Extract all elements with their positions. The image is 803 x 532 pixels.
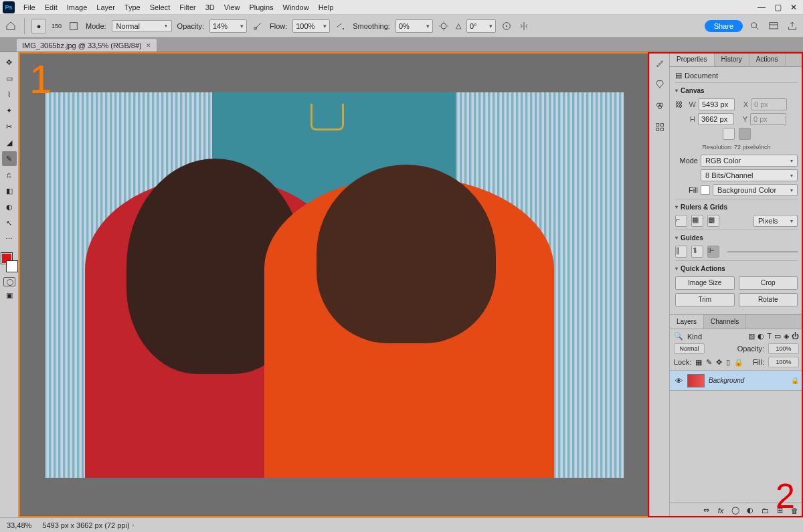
flow-input[interactable]: 100%	[292, 19, 330, 33]
lock-pixel-icon[interactable]: ✎	[706, 358, 712, 367]
guides-smart-icon[interactable]: ⊩	[707, 246, 719, 258]
filter-shape-icon[interactable]: ▭	[774, 332, 781, 341]
lock-trans-icon[interactable]: ▦	[695, 358, 702, 367]
document-tab[interactable]: IMG_3065bz.jpg @ 33,5% (RGB/8#) ✕	[16, 38, 157, 52]
section-canvas[interactable]: Canvas	[675, 87, 798, 94]
background-swatch-icon[interactable]	[7, 261, 17, 272]
section-rulers[interactable]: Rulers & Grids	[675, 203, 798, 211]
quickmask-icon[interactable]	[3, 277, 15, 286]
opacity-input[interactable]: 14%	[209, 19, 247, 33]
filter-pixel-icon[interactable]: ▨	[748, 332, 755, 341]
layer-mask-icon[interactable]: ◯	[731, 506, 740, 515]
share-button[interactable]: Share	[705, 20, 743, 32]
path-tool-icon[interactable]: ↖	[2, 215, 17, 230]
smoothing-options-icon[interactable]	[437, 19, 450, 33]
orientation-portrait-icon[interactable]	[723, 128, 735, 140]
canvas-area[interactable]	[19, 52, 649, 517]
blend-mode-select[interactable]: Normal	[112, 20, 172, 32]
move-tool-icon[interactable]: ✥	[2, 55, 17, 70]
menu-file[interactable]: File	[19, 0, 40, 15]
delete-layer-icon[interactable]: 🗑	[790, 506, 799, 515]
screenmode-icon[interactable]: ▣	[2, 288, 17, 302]
swatches-panel-icon[interactable]	[653, 120, 666, 134]
menu-image[interactable]: Image	[62, 0, 92, 15]
tab-history[interactable]: History	[715, 52, 749, 66]
menu-window[interactable]: Window	[278, 0, 314, 15]
pressure-opacity-icon[interactable]	[251, 19, 264, 33]
layer-opacity-input[interactable]: 100%	[768, 343, 799, 354]
share-export-icon[interactable]	[786, 19, 799, 33]
lock-nest-icon[interactable]: ▯	[726, 358, 730, 367]
symmetry-icon[interactable]	[517, 19, 531, 33]
wand-tool-icon[interactable]: ✦	[2, 103, 17, 118]
menu-filter[interactable]: Filter	[175, 0, 200, 15]
tab-properties[interactable]: Properties	[670, 52, 715, 66]
color-swatches[interactable]	[1, 253, 17, 272]
dodge-tool-icon[interactable]: ◐	[2, 199, 17, 214]
layer-fx-icon[interactable]: fx	[716, 506, 725, 515]
menu-type[interactable]: Type	[120, 0, 145, 15]
layer-lock-icon[interactable]: 🔒	[791, 377, 799, 384]
smoothing-input[interactable]: 0%	[395, 19, 433, 33]
color-mode-select[interactable]: RGB Color	[701, 155, 798, 167]
layer-fill-input[interactable]: 100%	[768, 357, 799, 367]
bit-depth-select[interactable]: 8 Bits/Channel	[701, 169, 798, 181]
adjustment-layer-icon[interactable]: ◐	[745, 506, 755, 515]
rotate-button[interactable]: Rotate	[739, 293, 798, 306]
layer-blend-select[interactable]: Normal	[674, 343, 705, 354]
window-minimize-icon[interactable]: —	[753, 0, 770, 15]
filter-type-icon[interactable]: T	[767, 332, 772, 341]
menu-layer[interactable]: Layer	[92, 0, 120, 15]
lock-pos-icon[interactable]: ✥	[716, 358, 722, 367]
crop-tool-icon[interactable]: ✂	[2, 119, 17, 134]
tab-channels[interactable]: Channels	[704, 315, 746, 329]
gradient-tool-icon[interactable]: ◧	[2, 183, 17, 198]
brush-panel-icon[interactable]	[67, 19, 80, 33]
layer-group-icon[interactable]: 🗀	[760, 506, 770, 515]
brush-settings-panel-icon[interactable]	[653, 78, 666, 91]
filter-smart-icon[interactable]: ◈	[784, 332, 789, 341]
canvas-height-input[interactable]: 3662 px	[698, 113, 734, 125]
crop-button[interactable]: Crop	[739, 276, 798, 290]
orientation-landscape-icon[interactable]	[739, 128, 751, 140]
guide-color-icon[interactable]	[727, 252, 798, 252]
menu-view[interactable]: View	[219, 0, 245, 15]
menu-plugins[interactable]: Plugins	[244, 0, 278, 15]
close-tab-icon[interactable]: ✕	[146, 42, 151, 49]
lock-all-icon[interactable]: 🔒	[734, 358, 743, 367]
status-dims[interactable]: 5493 px x 3662 px (72 ppi)	[42, 521, 129, 529]
guides-visible-icon[interactable]: ∥	[675, 246, 687, 258]
image-size-button[interactable]: Image Size	[675, 276, 735, 290]
section-guides[interactable]: Guides	[675, 234, 798, 242]
more-tools-icon[interactable]: ⋯	[2, 232, 17, 246]
layer-thumbnail-icon[interactable]	[687, 374, 705, 387]
home-icon[interactable]	[4, 19, 17, 33]
airbrush-icon[interactable]	[334, 19, 347, 33]
tab-layers[interactable]: Layers	[670, 315, 704, 329]
layer-filter-kind[interactable]: Kind	[687, 333, 702, 341]
pixel-grid-icon[interactable]: ▩	[707, 215, 719, 227]
search-icon[interactable]	[748, 19, 762, 33]
angle-input[interactable]: 0°	[466, 19, 496, 33]
link-layers-icon[interactable]: ⇔	[701, 506, 711, 515]
tab-actions[interactable]: Actions	[749, 52, 786, 66]
trim-button[interactable]: Trim	[675, 293, 735, 306]
color-panel-icon[interactable]	[653, 99, 666, 112]
window-close-icon[interactable]: ✕	[786, 0, 802, 15]
guides-lock-icon[interactable]: ⥮	[691, 246, 703, 258]
brush-tool-icon[interactable]: ✎	[2, 151, 17, 166]
brushes-panel-icon[interactable]	[653, 56, 666, 70]
document-canvas[interactable]	[45, 92, 624, 478]
new-layer-icon[interactable]: ⊞	[775, 506, 784, 515]
menu-edit[interactable]: Edit	[40, 0, 62, 15]
grid-toggle-icon[interactable]: ▦	[691, 215, 703, 227]
layer-visibility-icon[interactable]: 👁	[674, 377, 683, 385]
menu-help[interactable]: Help	[314, 0, 339, 15]
filter-adjust-icon[interactable]: ◐	[757, 332, 764, 341]
units-select[interactable]: Pixels	[753, 215, 798, 227]
menu-3d[interactable]: 3D	[201, 0, 219, 15]
brush-preset-icon[interactable]: ●	[31, 19, 46, 33]
workspace-switch-icon[interactable]	[767, 19, 780, 33]
status-zoom[interactable]: 33,48%	[7, 521, 31, 529]
layer-row[interactable]: 👁 Background 🔒	[670, 371, 803, 391]
